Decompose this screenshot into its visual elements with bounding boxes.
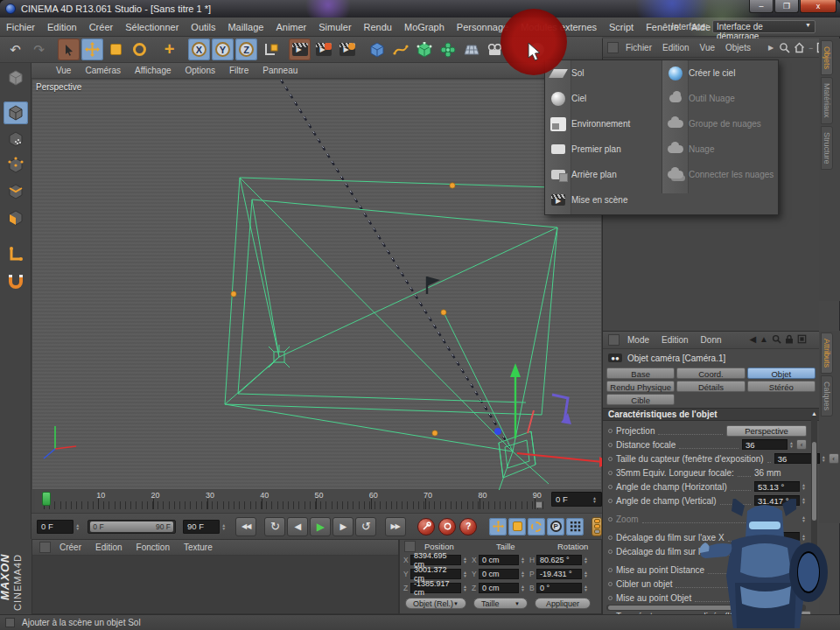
reverse-loop-button[interactable]: ↺ xyxy=(355,517,376,536)
frame-icon[interactable] xyxy=(797,334,807,344)
home-icon[interactable] xyxy=(794,42,805,53)
value-stepper[interactable]: ▲▼ xyxy=(788,439,794,450)
viewport-menu-caméras[interactable]: Caméras xyxy=(78,64,128,77)
position-field[interactable]: 8394.695 cm xyxy=(410,555,461,565)
animation-dot[interactable] xyxy=(608,457,612,461)
attr-tab-st-r-o[interactable]: Stéréo xyxy=(747,381,816,392)
points-mode-button[interactable] xyxy=(4,154,28,177)
viewport-menu-panneau[interactable]: Panneau xyxy=(256,64,304,77)
menubar-item-animer[interactable]: Animer xyxy=(270,19,312,35)
axis-mode-button[interactable] xyxy=(4,243,28,266)
menubar-item-rendu[interactable]: Rendu xyxy=(358,19,398,35)
object-manager-menu-vue[interactable]: Vue xyxy=(695,41,720,54)
material-menu-fonction[interactable]: Fonction xyxy=(130,541,177,554)
attribute-menu-mode[interactable]: Mode xyxy=(621,333,655,346)
end-frame-stepper[interactable]: ▲▼ xyxy=(220,522,227,532)
menu-item-groupe-de-nuages[interactable]: Groupe de nuages xyxy=(662,111,778,136)
attribute-section-header[interactable]: Caractéristiques de l'objet ▲ xyxy=(603,408,819,421)
attr-value-field[interactable]: 36 xyxy=(742,439,788,450)
make-editable-button[interactable] xyxy=(4,66,28,89)
start-frame-stepper[interactable]: ▲▼ xyxy=(74,522,80,532)
value-stepper[interactable]: ▲▼ xyxy=(801,481,807,492)
subdivision-surface-button[interactable] xyxy=(413,38,435,60)
field-stepper[interactable]: ▲▼ xyxy=(583,569,589,579)
overflow-arrow-icon[interactable]: ▶ xyxy=(768,44,774,52)
animation-dot[interactable] xyxy=(608,582,612,586)
lock-x-button[interactable]: X xyxy=(188,38,210,60)
primitive-cube-button[interactable] xyxy=(366,38,388,60)
redo-button[interactable]: ↷ xyxy=(28,38,50,60)
field-stepper[interactable]: ▲▼ xyxy=(462,583,468,593)
attr-tab-objet[interactable]: Objet xyxy=(747,368,816,379)
animation-dot[interactable] xyxy=(608,429,612,433)
previous-frame-button[interactable]: ◀ xyxy=(287,517,308,536)
render-picture-viewer-button[interactable] xyxy=(312,38,334,60)
interface-dropdown[interactable]: Interface de démarrage ▼ xyxy=(712,20,816,33)
search-icon[interactable] xyxy=(772,334,781,344)
solo-traffic-light-button[interactable] xyxy=(592,517,602,536)
animation-dot[interactable] xyxy=(608,443,612,447)
field-stepper[interactable]: ▲▼ xyxy=(520,583,526,593)
field-stepper[interactable]: ▲▼ xyxy=(583,583,589,593)
record-keyframe-button[interactable] xyxy=(417,518,435,536)
panel-icon[interactable] xyxy=(39,542,51,553)
panel-icon[interactable] xyxy=(608,334,620,346)
position-field[interactable]: -1385.917 cm xyxy=(410,583,461,593)
scale-tool-button[interactable] xyxy=(105,38,127,60)
attr-tab-d-tails[interactable]: Détails xyxy=(676,381,745,392)
timeline-playhead[interactable] xyxy=(42,492,51,506)
menu-item-outil-nuage[interactable]: Outil Nuage xyxy=(662,86,778,111)
key-pla-toggle[interactable] xyxy=(566,518,584,536)
size-field[interactable]: 0 cm xyxy=(479,569,519,579)
render-settings-button[interactable] xyxy=(336,38,358,60)
unfold-icon[interactable]: − xyxy=(808,44,813,52)
cursor-arrow-icon[interactable]: ▲ xyxy=(760,334,768,344)
timeline-ruler[interactable]: 0102030405060708090 xyxy=(35,490,550,513)
menu-item-ciel[interactable]: Ciel xyxy=(545,86,662,111)
go-to-end-button[interactable]: ▶▶ xyxy=(385,517,406,536)
field-stepper[interactable]: ▲▼ xyxy=(520,569,526,579)
animation-dot[interactable] xyxy=(608,596,612,600)
key-parameter-toggle[interactable]: P xyxy=(547,518,564,536)
object-manager-menu-fichier[interactable]: Fichier xyxy=(620,41,657,54)
search-icon[interactable] xyxy=(779,42,790,53)
lock-y-button[interactable]: Y xyxy=(212,38,234,60)
object-manager-menu-objets[interactable]: Objets xyxy=(720,41,756,54)
title-bar[interactable]: CINEMA 4D R13.061 Studio - [Sans titre 1… xyxy=(0,0,840,18)
field-stepper[interactable]: ▲▼ xyxy=(583,555,589,565)
key-rotation-toggle[interactable] xyxy=(528,518,545,536)
end-frame-field[interactable]: 90 F xyxy=(183,520,220,534)
field-stepper[interactable]: ▲▼ xyxy=(462,555,468,565)
menu-item-nuage[interactable]: Nuage xyxy=(662,136,778,162)
keyframe-selection-button[interactable]: ? xyxy=(459,518,477,536)
animation-dot[interactable] xyxy=(608,485,612,489)
animation-dot[interactable] xyxy=(608,499,612,503)
apply-button[interactable]: Appliquer xyxy=(535,598,591,609)
rotation-field[interactable]: 80.625 ° xyxy=(536,555,582,565)
attr-tab-cible[interactable]: Cible xyxy=(606,394,675,405)
autokey-button[interactable] xyxy=(438,518,456,536)
menu-item-mise-en-sc-ne[interactable]: Mise en scène xyxy=(545,187,662,213)
deformer-button[interactable] xyxy=(437,38,458,60)
rotate-tool-button[interactable] xyxy=(129,38,150,60)
start-frame-field[interactable]: 0 F xyxy=(37,520,74,534)
go-to-start-button[interactable]: ◀◀ xyxy=(235,517,256,536)
viewport-menu-filtre[interactable]: Filtre xyxy=(222,64,256,77)
tab-calques[interactable]: Calques xyxy=(821,375,833,416)
menu-item-sol[interactable]: Sol xyxy=(545,60,662,86)
key-scale-toggle[interactable] xyxy=(508,518,526,536)
attr-value-field[interactable]: 53.13 ° xyxy=(754,481,800,492)
polygons-mode-button[interactable] xyxy=(4,206,28,229)
material-menu-texture[interactable]: Texture xyxy=(177,541,220,554)
attr-tab-base[interactable]: Base xyxy=(606,368,675,379)
menubar-item-maillage[interactable]: Maillage xyxy=(221,19,270,35)
coord-size-dropdown[interactable]: Taille▼ xyxy=(473,598,528,609)
menubar-item-s-lectionner[interactable]: Sélectionner xyxy=(119,19,185,35)
viewport-menu-vue[interactable]: Vue xyxy=(49,64,78,77)
preset-side-button[interactable]: ‹ xyxy=(829,453,839,464)
play-loop-button[interactable]: ↻ xyxy=(264,517,285,536)
material-manager[interactable]: CréerEditionFonctionTexture xyxy=(32,539,399,614)
menu-item-arri-re-plan[interactable]: Arrière plan xyxy=(545,162,662,187)
rotation-field[interactable]: 0 ° xyxy=(536,583,582,593)
animation-dot[interactable] xyxy=(608,536,612,540)
